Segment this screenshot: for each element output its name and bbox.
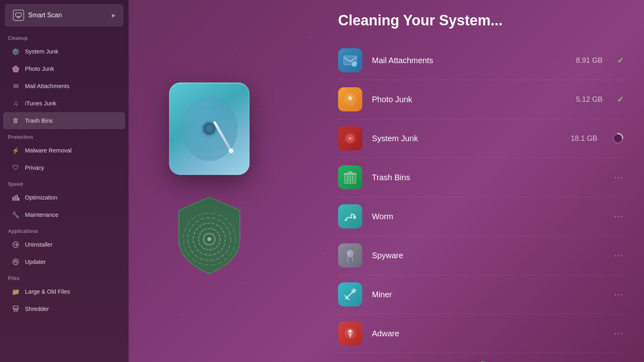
- svg-point-42: [352, 289, 356, 293]
- system-junk-name: System Junk: [372, 134, 561, 143]
- trash-bins-dots[interactable]: ···: [614, 172, 624, 183]
- mail-attachments-check: ✓: [617, 56, 624, 65]
- sidebar-item-trash-bins[interactable]: 🗑 Trash Bins: [3, 112, 125, 129]
- smart-scan-item[interactable]: Smart Scan ▶: [5, 4, 124, 27]
- optimization-label: Optimization: [25, 194, 58, 201]
- maintenance-label: Maintenance: [25, 212, 58, 218]
- svg-rect-0: [16, 13, 21, 16]
- sidebar: Smart Scan ▶ Cleanup ⚙️ System Junk 🌸 Ph…: [0, 0, 129, 362]
- main-content: Cleaning Your System... @ Mail Attachmen…: [129, 0, 644, 362]
- large-old-files-label: Large & Old Files: [25, 288, 70, 295]
- scan-item-mail-attachments: @ Mail Attachments 8.91 GB ✓: [338, 41, 624, 80]
- section-files: Files: [0, 271, 128, 283]
- section-protection: Protection: [0, 130, 128, 142]
- section-cleanup: Cleanup: [0, 31, 128, 43]
- svg-line-15: [17, 310, 18, 312]
- lightning-icon: ⚡: [11, 146, 20, 155]
- scan-item-miner: Miner ···: [338, 275, 624, 314]
- sidebar-item-updater[interactable]: Updater: [3, 253, 125, 270]
- photo-junk-size: 5.12 GB: [576, 95, 603, 104]
- mail-attachments-name: Mail Attachments: [372, 56, 566, 65]
- malware-removal-label: Malware Removal: [25, 147, 72, 154]
- mail-attachments-label: Mail Attachments: [25, 83, 69, 89]
- svg-rect-32: [348, 171, 353, 173]
- svg-rect-5: [17, 195, 18, 201]
- disk-icon: [169, 82, 250, 175]
- sidebar-item-maintenance[interactable]: 🔧 Maintenance: [3, 206, 125, 223]
- miner-dots[interactable]: ···: [614, 289, 624, 300]
- smart-scan-arrow: ▶: [112, 12, 116, 18]
- section-speed: Speed: [0, 177, 128, 189]
- adware-name: Adware: [372, 329, 605, 338]
- mail-attachments-size: 8.91 GB: [576, 56, 603, 65]
- sidebar-item-system-junk[interactable]: ⚙️ System Junk: [3, 43, 125, 60]
- center-icons: [169, 82, 250, 280]
- scan-item-photo-junk: Photo Junk 5.12 GB ✓: [338, 80, 624, 119]
- spyware-icon: [338, 243, 362, 267]
- photo-junk-icon: [338, 87, 362, 111]
- right-panel: Cleaning Your System... @ Mail Attachmen…: [314, 0, 644, 362]
- trash-bins-label: Trash Bins: [25, 117, 53, 124]
- scan-item-spyware: Spyware ···: [338, 236, 624, 275]
- adware-dots[interactable]: ···: [614, 328, 624, 339]
- privacy-icon: 🛡: [11, 163, 20, 172]
- adware-icon: [338, 321, 362, 346]
- worm-name: Worm: [372, 212, 605, 221]
- privacy-label: Privacy: [25, 165, 44, 171]
- sidebar-item-large-old-files[interactable]: 📁 Large & Old Files: [3, 283, 125, 300]
- svg-rect-10: [13, 306, 18, 309]
- sidebar-item-privacy[interactable]: 🛡 Privacy: [3, 159, 125, 176]
- sidebar-item-optimization[interactable]: Optimization: [3, 189, 125, 206]
- svg-rect-31: [344, 173, 357, 175]
- svg-point-36: [353, 216, 356, 219]
- folder-icon: 📁: [11, 287, 20, 296]
- scan-item-trash-bins: Trash Bins ···: [338, 158, 624, 197]
- system-junk-size: 18.1 GB: [571, 134, 597, 143]
- svg-point-21: [207, 237, 211, 241]
- updater-label: Updater: [25, 259, 46, 265]
- shredder-icon: [11, 304, 20, 313]
- scan-item-worm: Worm ···: [338, 197, 624, 236]
- music-icon: ♫: [11, 99, 20, 108]
- svg-rect-3: [12, 197, 14, 201]
- system-junk-spinner: [612, 132, 624, 144]
- svg-line-39: [347, 257, 348, 261]
- wrench-icon: 🔧: [11, 210, 20, 219]
- shredder-label: Shredder: [25, 306, 49, 312]
- svg-point-44: [348, 331, 352, 335]
- photo-junk-name: Photo Junk: [372, 95, 566, 104]
- panel-title: Cleaning Your System...: [338, 12, 624, 29]
- sidebar-item-itunes-junk[interactable]: ♫ iTunes Junk: [3, 95, 125, 112]
- svg-rect-6: [18, 197, 19, 201]
- system-junk-icon: [338, 126, 362, 150]
- worm-dots[interactable]: ···: [614, 211, 624, 222]
- svg-rect-4: [14, 195, 16, 201]
- shield-icon-wrap: [169, 191, 250, 280]
- miner-name: Miner: [372, 290, 605, 299]
- svg-line-13: [15, 310, 15, 312]
- mail-attachments-icon: @: [338, 48, 362, 72]
- svg-point-28: [349, 137, 351, 140]
- sidebar-item-uninstaller[interactable]: Uninstaller: [3, 236, 125, 253]
- monitor-icon: [13, 10, 24, 21]
- svg-point-37: [345, 219, 347, 221]
- miner-icon: [338, 282, 362, 306]
- uninstall-icon: [11, 240, 20, 249]
- scan-item-adware: Adware ···: [338, 314, 624, 353]
- trash-bins-name: Trash Bins: [372, 173, 605, 182]
- sidebar-item-shredder[interactable]: Shredder: [3, 300, 125, 317]
- sidebar-item-photo-junk[interactable]: 🌸 Photo Junk: [3, 60, 125, 77]
- sidebar-item-mail-attachments[interactable]: ✉ Mail Attachments: [3, 78, 125, 95]
- svg-line-40: [352, 257, 353, 261]
- trash-bins-icon: [338, 165, 362, 189]
- spyware-dots[interactable]: ···: [614, 250, 624, 261]
- section-applications: Applications: [0, 224, 128, 236]
- photo-junk-check: ✓: [617, 95, 624, 104]
- update-icon: [11, 257, 20, 266]
- photo-junk-label: Photo Junk: [25, 66, 54, 72]
- itunes-junk-label: iTunes Junk: [25, 100, 56, 107]
- scan-item-system-junk: System Junk 18.1 GB: [338, 119, 624, 158]
- svg-text:@: @: [352, 61, 357, 67]
- sidebar-item-malware-removal[interactable]: ⚡ Malware Removal: [3, 142, 125, 159]
- smart-scan-label: Smart Scan: [28, 12, 108, 19]
